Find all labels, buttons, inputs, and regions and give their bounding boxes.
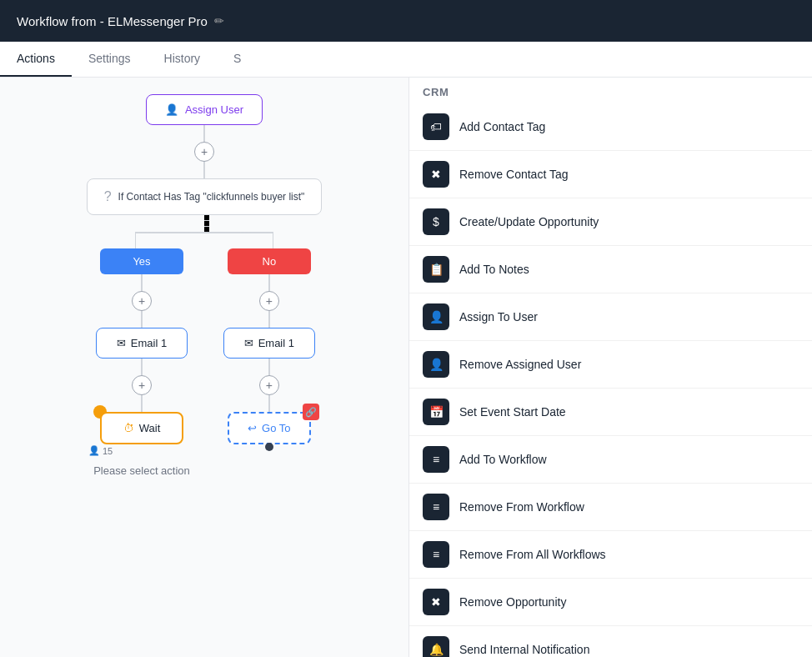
tab-s[interactable]: S xyxy=(217,42,258,77)
remove-assigned-user-icon: 👤 xyxy=(423,351,449,378)
workflow-canvas: 👤 Assign User + ? If Contact Has Tag "cl… xyxy=(0,78,409,657)
panel-item-assign-to-user[interactable]: 👤 Assign To User xyxy=(409,293,812,341)
set-event-start-date-icon: 📅 xyxy=(423,399,449,425)
tab-settings[interactable]: Settings xyxy=(72,42,148,77)
goto-node[interactable]: ↩ Go To xyxy=(228,412,311,444)
add-contact-tag-label: Add Contact Tag xyxy=(459,120,545,133)
add-after-no-email[interactable]: + xyxy=(259,375,279,395)
add-after-no[interactable]: + xyxy=(259,291,279,311)
user-badge: 👤 15 xyxy=(88,445,113,456)
panel-item-remove-contact-tag[interactable]: ✖ Remove Contact Tag xyxy=(409,151,812,198)
remove-opportunity-label: Remove Opportunity xyxy=(459,595,566,609)
wait-container: ⏱ Wait 👤 15 xyxy=(100,412,183,444)
goto-icon: ↩ xyxy=(248,422,257,434)
yes-conn4 xyxy=(141,395,143,412)
assign-user-node: 👤 Assign User xyxy=(146,94,263,125)
set-event-start-date-label: Set Event Start Date xyxy=(459,405,566,419)
action-panel: CRM 🏷 Add Contact Tag ✖ Remove Contact T… xyxy=(409,78,812,657)
header: Workflow from - ELMessenger Pro ✏ xyxy=(0,0,812,42)
panel-item-remove-assigned-user[interactable]: 👤 Remove Assigned User xyxy=(409,341,812,389)
panel-item-remove-from-workflow[interactable]: ≡ Remove From Workflow xyxy=(409,484,812,531)
no-conn4 xyxy=(268,395,270,412)
tabs-bar: Actions Settings History S xyxy=(0,42,812,78)
assign-to-user-icon: 👤 xyxy=(423,303,449,330)
panel-item-set-event-start-date[interactable]: 📅 Set Event Start Date xyxy=(409,389,812,436)
add-contact-tag-icon: 🏷 xyxy=(423,113,449,140)
no-email-label: Email 1 xyxy=(258,337,294,349)
add-to-workflow-label: Add To Workflow xyxy=(459,453,547,466)
panel-item-add-notes[interactable]: 📋 Add To Notes xyxy=(409,246,812,293)
add-after-yes[interactable]: + xyxy=(132,291,152,311)
please-select-action: Please select action xyxy=(93,463,190,478)
link-icon: 🔗 xyxy=(303,404,319,420)
goto-container: ↩ Go To 🔗 xyxy=(228,412,311,444)
create-opportunity-icon: $ xyxy=(423,208,449,235)
wait-label: Wait xyxy=(139,422,161,434)
connector2 xyxy=(203,162,205,178)
yes-email-node[interactable]: ✉ Email 1 xyxy=(96,328,188,359)
email-icon-yes: ✉ xyxy=(117,337,126,349)
create-opportunity-label: Create/Update Opportunity xyxy=(459,215,599,228)
yes-node[interactable]: Yes xyxy=(100,248,183,274)
wait-node[interactable]: ⏱ Wait xyxy=(100,412,183,444)
panel-section-crm: CRM xyxy=(409,78,812,103)
yes-email-label: Email 1 xyxy=(131,337,167,349)
assign-user-icon: 👤 xyxy=(165,103,178,116)
send-internal-notification-icon: 🔔 xyxy=(423,636,449,657)
yes-conn3 xyxy=(141,359,143,375)
yes-branch: Yes + ✉ Email 1 + ⏱ Wait xyxy=(93,248,190,478)
condition-icon: ? xyxy=(104,189,112,204)
add-after-assign[interactable]: + xyxy=(194,142,214,162)
no-connector xyxy=(268,274,270,291)
yes-connector xyxy=(141,274,143,291)
please-select-text: Please select action xyxy=(93,464,190,477)
panel-item-remove-from-all-workflows[interactable]: ≡ Remove From All Workflows xyxy=(409,531,812,579)
user-count: 15 xyxy=(103,446,113,456)
no-email-node[interactable]: ✉ Email 1 xyxy=(223,328,315,359)
user-icon: 👤 xyxy=(88,445,100,456)
branch-split xyxy=(71,215,338,248)
condition-label: If Contact Has Tag "clickfunnels buyer l… xyxy=(118,191,305,203)
yes-conn2 xyxy=(141,311,143,328)
add-notes-label: Add To Notes xyxy=(459,263,529,276)
no-conn3 xyxy=(268,359,270,375)
add-notes-icon: 📋 xyxy=(423,256,449,283)
panel-item-add-to-workflow[interactable]: ≡ Add To Workflow xyxy=(409,436,812,484)
assign-user-box[interactable]: 👤 Assign User xyxy=(146,94,263,125)
email-icon-no: ✉ xyxy=(244,337,253,349)
tab-actions[interactable]: Actions xyxy=(0,42,72,77)
remove-from-all-workflows-label: Remove From All Workflows xyxy=(459,548,606,561)
no-branch: No + ✉ Email 1 + ↩ Go To 🔗 xyxy=(223,248,315,444)
assign-user-label: Assign User xyxy=(185,103,243,116)
panel-item-send-internal-notification[interactable]: 🔔 Send Internal Notification xyxy=(409,626,812,657)
connector1 xyxy=(203,125,205,142)
remove-contact-tag-icon: ✖ xyxy=(423,161,449,188)
assign-to-user-label: Assign To User xyxy=(459,310,538,323)
workflow-title: Workflow from - ELMessenger Pro xyxy=(17,14,208,28)
panel-item-add-contact-tag[interactable]: 🏷 Add Contact Tag xyxy=(409,103,812,151)
no-conn2 xyxy=(268,311,270,328)
send-internal-notification-label: Send Internal Notification xyxy=(459,643,589,656)
edit-icon[interactable]: ✏ xyxy=(214,14,224,28)
main-content: 👤 Assign User + ? If Contact Has Tag "cl… xyxy=(0,78,812,657)
wait-clock-icon: ⏱ xyxy=(123,422,134,434)
add-after-yes-email[interactable]: + xyxy=(132,375,152,395)
yes-no-row: Yes + ✉ Email 1 + ⏱ Wait xyxy=(93,248,315,478)
remove-from-all-workflows-icon: ≡ xyxy=(423,541,449,568)
remove-contact-tag-label: Remove Contact Tag xyxy=(459,168,568,181)
remove-from-workflow-icon: ≡ xyxy=(423,494,449,520)
tab-history[interactable]: History xyxy=(148,42,218,77)
remove-assigned-user-label: Remove Assigned User xyxy=(459,358,581,371)
panel-item-create-opportunity[interactable]: $ Create/Update Opportunity xyxy=(409,198,812,246)
add-to-workflow-icon: ≡ xyxy=(423,446,449,473)
remove-opportunity-icon: ✖ xyxy=(423,589,449,615)
remove-from-workflow-label: Remove From Workflow xyxy=(459,500,584,514)
panel-item-remove-opportunity[interactable]: ✖ Remove Opportunity xyxy=(409,579,812,626)
goto-label: Go To xyxy=(262,422,290,434)
goto-bottom-dot xyxy=(265,443,273,451)
condition-node[interactable]: ? If Contact Has Tag "clickfunnels buyer… xyxy=(87,178,323,215)
no-node[interactable]: No xyxy=(228,248,311,274)
